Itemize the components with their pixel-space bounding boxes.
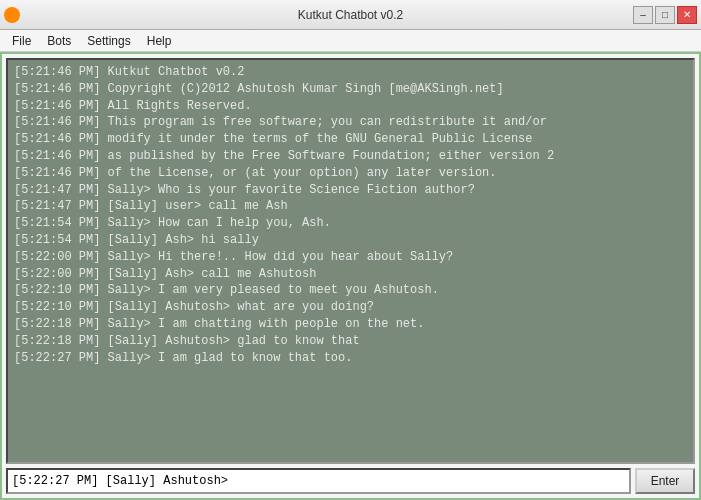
title-bar-left bbox=[4, 7, 20, 23]
window-controls: – □ ✕ bbox=[633, 6, 697, 24]
window-title: Kutkut Chatbot v0.2 bbox=[298, 8, 403, 22]
chat-line: [5:21:46 PM] as published by the Free So… bbox=[14, 148, 687, 165]
menu-bar: FileBotsSettingsHelp bbox=[0, 30, 701, 52]
chat-line: [5:21:47 PM] Sally> Who is your favorite… bbox=[14, 182, 687, 199]
minimize-button[interactable]: – bbox=[633, 6, 653, 24]
chat-line: [5:22:10 PM] Sally> I am very pleased to… bbox=[14, 282, 687, 299]
chat-line: [5:22:10 PM] [Sally] Ashutosh> what are … bbox=[14, 299, 687, 316]
maximize-button[interactable]: □ bbox=[655, 6, 675, 24]
menu-item-bots[interactable]: Bots bbox=[39, 32, 79, 50]
chat-line: [5:21:46 PM] All Rights Reserved. bbox=[14, 98, 687, 115]
chat-line: [5:22:18 PM] Sally> I am chatting with p… bbox=[14, 316, 687, 333]
chat-line: [5:21:54 PM] Sally> How can I help you, … bbox=[14, 215, 687, 232]
chat-line: [5:21:54 PM] [Sally] Ash> hi sally bbox=[14, 232, 687, 249]
chat-line: [5:21:46 PM] of the License, or (at your… bbox=[14, 165, 687, 182]
menu-item-settings[interactable]: Settings bbox=[79, 32, 138, 50]
input-area: Enter bbox=[6, 468, 695, 494]
menu-item-file[interactable]: File bbox=[4, 32, 39, 50]
chat-display[interactable]: [5:21:46 PM] Kutkut Chatbot v0.2[5:21:46… bbox=[6, 58, 695, 464]
chat-line: [5:21:47 PM] [Sally] user> call me Ash bbox=[14, 198, 687, 215]
main-content: [5:21:46 PM] Kutkut Chatbot v0.2[5:21:46… bbox=[0, 52, 701, 500]
chat-line: [5:21:46 PM] Kutkut Chatbot v0.2 bbox=[14, 64, 687, 81]
chat-line: [5:21:46 PM] This program is free softwa… bbox=[14, 114, 687, 131]
chat-line: [5:22:27 PM] Sally> I am glad to know th… bbox=[14, 350, 687, 367]
chat-line: [5:21:46 PM] modify it under the terms o… bbox=[14, 131, 687, 148]
chat-line: [5:22:00 PM] Sally> Hi there!.. How did … bbox=[14, 249, 687, 266]
app-icon bbox=[4, 7, 20, 23]
chat-line: [5:22:00 PM] [Sally] Ash> call me Ashuto… bbox=[14, 266, 687, 283]
title-bar: Kutkut Chatbot v0.2 – □ ✕ bbox=[0, 0, 701, 30]
enter-button[interactable]: Enter bbox=[635, 468, 695, 494]
menu-item-help[interactable]: Help bbox=[139, 32, 180, 50]
close-button[interactable]: ✕ bbox=[677, 6, 697, 24]
chat-line: [5:21:46 PM] Copyright (C)2012 Ashutosh … bbox=[14, 81, 687, 98]
chat-input[interactable] bbox=[6, 468, 631, 494]
chat-line: [5:22:18 PM] [Sally] Ashutosh> glad to k… bbox=[14, 333, 687, 350]
